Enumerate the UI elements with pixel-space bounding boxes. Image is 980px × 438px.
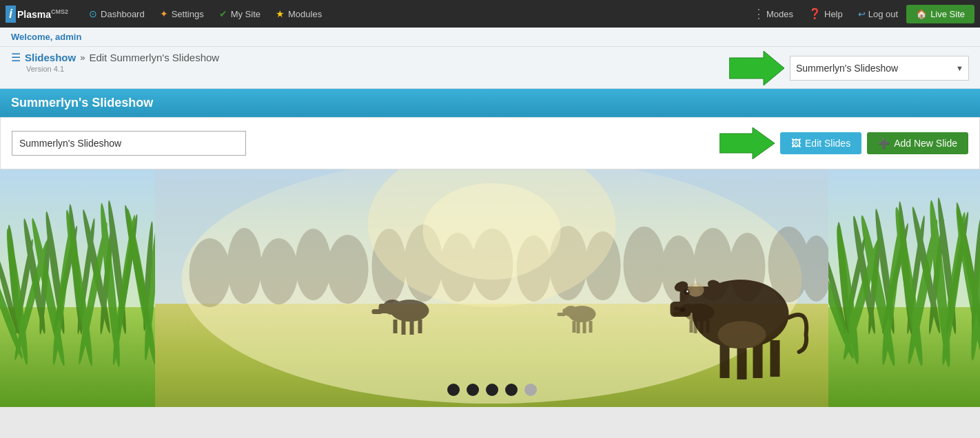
nav-my-site-label: My Site <box>231 9 261 19</box>
svg-rect-64 <box>589 321 593 333</box>
svg-point-87 <box>688 283 704 297</box>
slide-dots <box>447 384 537 396</box>
breadcrumb-area: ☰ Slideshow » Edit Summerlyn's Slideshow… <box>0 47 980 89</box>
svg-rect-73 <box>690 320 693 333</box>
logo[interactable]: i PlasmaCMS2 <box>6 6 68 23</box>
svg-rect-60 <box>372 309 382 314</box>
slideshow-name-input[interactable] <box>12 131 246 156</box>
breadcrumb-row: ☰ Slideshow » Edit Summerlyn's Slideshow <box>11 51 219 64</box>
logout-button[interactable]: ↩ Log out <box>851 5 905 23</box>
svg-rect-68 <box>558 313 566 316</box>
svg-marker-1 <box>719 127 775 159</box>
dot-5[interactable] <box>524 384 537 396</box>
logout-icon: ↩ <box>858 9 866 19</box>
breadcrumb-current-page: Edit Summerlyn's Slideshow <box>89 52 219 63</box>
svg-rect-54 <box>402 320 406 335</box>
nav-dashboard[interactable]: ⊙ Dashboard <box>82 4 152 23</box>
dot-3[interactable] <box>486 384 498 396</box>
edit-slides-button[interactable]: 🖼 Edit Slides <box>780 132 861 154</box>
nav-my-site[interactable]: ✔ My Site <box>212 4 267 23</box>
home-icon: 🏠 <box>916 9 927 19</box>
breadcrumb-left: ☰ Slideshow » Edit Summerlyn's Slideshow… <box>11 51 219 73</box>
nav-modules-label: Modules <box>288 9 322 19</box>
action-buttons: 🖼 Edit Slides ➕ Add New Slide <box>719 127 968 159</box>
svg-point-91 <box>680 308 686 312</box>
slideshow-panel-header: Summerlyn's Slideshow <box>0 89 980 117</box>
content-area: 🖼 Edit Slides ➕ Add New Slide <box>0 117 980 169</box>
grass-right-svg <box>828 169 980 407</box>
svg-rect-65 <box>573 321 576 333</box>
edit-slides-label: Edit Slides <box>805 138 850 149</box>
svg-point-38 <box>296 229 331 300</box>
slide-left-panel <box>0 169 155 407</box>
add-slide-label: Add New Slide <box>894 138 957 149</box>
slideshow-select[interactable]: Summerlyn's Slideshow <box>790 56 969 81</box>
svg-point-47 <box>624 227 665 302</box>
my-site-icon: ✔ <box>219 8 227 19</box>
dot-4[interactable] <box>505 384 518 396</box>
version-text: Version 4.1 <box>26 65 219 73</box>
svg-point-39 <box>327 235 369 304</box>
svg-rect-81 <box>770 340 780 377</box>
dot-1[interactable] <box>447 384 460 396</box>
nav-items: ⊙ Dashboard ✦ Settings ✔ My Site ★ Modul… <box>82 4 746 23</box>
live-site-label: Live Site <box>930 9 965 19</box>
slideshow-breadcrumb-icon: ☰ <box>11 51 21 64</box>
nav-dashboard-label: Dashboard <box>101 9 145 19</box>
help-label: Help <box>824 9 843 19</box>
svg-point-36 <box>227 228 262 304</box>
dot-2[interactable] <box>467 384 479 396</box>
arrow-select-icon <box>729 51 784 85</box>
slideshow-select-wrapper: Summerlyn's Slideshow <box>790 56 969 81</box>
svg-point-92 <box>718 321 766 348</box>
nav-settings-label: Settings <box>172 9 204 19</box>
svg-marker-0 <box>729 51 784 85</box>
modes-label: Modes <box>766 9 793 19</box>
breadcrumb-link[interactable]: Slideshow <box>25 52 76 63</box>
svg-rect-62 <box>577 321 580 333</box>
arrow-edit-icon <box>719 127 775 159</box>
welcome-bar: Welcome, admin <box>0 28 980 47</box>
svg-point-94 <box>423 183 561 280</box>
logo-name: PlasmaCMS2 <box>17 8 68 20</box>
help-button[interactable]: ❓ Help <box>802 3 850 24</box>
slideshow-panel-title: Summerlyn's Slideshow <box>11 96 153 110</box>
welcome-text: Welcome, admin <box>11 32 81 42</box>
nav-right: ⋮ Modes ❓ Help ↩ Log out 🏠 Live Site <box>746 2 974 25</box>
logo-letter: i <box>6 6 16 23</box>
live-site-button[interactable]: 🏠 Live Site <box>906 5 974 23</box>
svg-point-89 <box>686 291 688 293</box>
modules-icon: ★ <box>276 8 285 19</box>
settings-icon: ✦ <box>160 8 168 19</box>
dashboard-icon: ⊙ <box>89 8 97 19</box>
svg-point-35 <box>190 238 231 307</box>
add-new-slide-button[interactable]: ➕ Add New Slide <box>867 132 968 154</box>
svg-rect-63 <box>583 321 586 333</box>
slideshow-preview <box>0 169 980 407</box>
svg-point-90 <box>674 306 680 311</box>
center-slide-svg <box>155 169 828 407</box>
breadcrumb-right: Summerlyn's Slideshow <box>729 51 969 85</box>
slides-icon: 🖼 <box>791 138 801 149</box>
modes-icon: ⋮ <box>753 6 764 21</box>
breadcrumb-separator: » <box>80 52 85 63</box>
top-navigation: i PlasmaCMS2 ⊙ Dashboard ✦ Settings ✔ My… <box>0 0 980 28</box>
nav-settings[interactable]: ✦ Settings <box>153 4 211 23</box>
help-icon: ❓ <box>808 8 821 20</box>
svg-rect-57 <box>394 320 398 333</box>
svg-rect-55 <box>410 320 414 335</box>
logout-label: Log out <box>868 9 898 19</box>
modes-button[interactable]: ⋮ Modes <box>746 2 800 25</box>
svg-rect-56 <box>418 320 422 333</box>
svg-point-37 <box>260 238 298 304</box>
add-icon: ➕ <box>878 138 890 149</box>
grass-left-svg <box>0 169 155 407</box>
nav-modules[interactable]: ★ Modules <box>269 4 329 23</box>
slide-center <box>155 169 828 407</box>
slide-right-panel <box>828 169 980 407</box>
